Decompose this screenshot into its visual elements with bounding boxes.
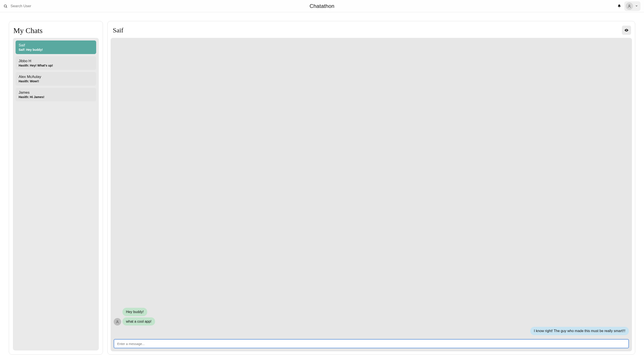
- svg-point-4: [117, 321, 118, 322]
- chat-list: SaifSaif: Hey buddy!Jibbo HHasith: Hey! …: [13, 38, 99, 351]
- search-area: [4, 4, 76, 8]
- main-area: My Chats SaifSaif: Hey buddy!Jibbo HHasi…: [0, 12, 644, 359]
- chat-list-item[interactable]: JamesHasith: Hi James!: [16, 88, 96, 101]
- conversation-header: Saif: [110, 24, 632, 38]
- sender-avatar: [114, 318, 121, 326]
- chat-item-name: Jibbo H: [18, 59, 93, 63]
- chat-list-item[interactable]: Jibbo HHasith: Hey! What's up!: [16, 56, 96, 70]
- conversation-name: Saif: [113, 26, 123, 34]
- topbar: Chatathon: [0, 0, 644, 12]
- chat-list-item[interactable]: SaifSaif: Hey buddy!: [16, 40, 96, 54]
- chat-item-name: Alex McAulay: [18, 75, 93, 79]
- eye-icon: [624, 28, 629, 32]
- avatar-spacer: [114, 309, 121, 316]
- chats-panel: My Chats SaifSaif: Hey buddy!Jibbo HHasi…: [9, 21, 103, 355]
- message-bubble: I know right! The guy who made this must…: [530, 327, 629, 335]
- chat-item-preview: Hasith: Hey! What's up!: [18, 64, 93, 67]
- topbar-right: [617, 1, 640, 11]
- app-title: Chatathon: [310, 3, 334, 9]
- conversation-body: Hey buddy!what a cool app!I know right! …: [110, 38, 632, 351]
- svg-point-3: [626, 30, 627, 30]
- message-bubble: what a cool app!: [122, 318, 155, 326]
- user-menu[interactable]: [624, 1, 640, 11]
- message-row: Hey buddy!: [114, 308, 629, 316]
- chat-item-preview: Hasith: Wow!!: [18, 79, 93, 83]
- conversation-panel: Saif Hey buddy!what a cool app!I know ri…: [107, 21, 635, 355]
- message-row: I know right! The guy who made this must…: [114, 327, 629, 335]
- message-row: what a cool app!: [114, 318, 629, 326]
- search-icon: [4, 4, 8, 8]
- svg-line-1: [6, 7, 7, 7]
- chats-title: My Chats: [13, 26, 98, 35]
- chat-list-item[interactable]: Alex McAulayHasith: Wow!!: [16, 72, 96, 86]
- chat-item-preview: Saif: Hey buddy!: [18, 48, 93, 51]
- chevron-down-icon: [635, 4, 638, 8]
- search-input[interactable]: [10, 4, 76, 8]
- bell-icon[interactable]: [617, 4, 621, 8]
- message-bubble: Hey buddy!: [122, 308, 147, 316]
- svg-point-2: [629, 5, 630, 6]
- view-button[interactable]: [622, 26, 631, 35]
- composer: [114, 339, 629, 348]
- chat-item-preview: Hasith: Hi James!: [18, 95, 93, 99]
- message-input[interactable]: [114, 339, 629, 348]
- chat-item-name: James: [18, 90, 93, 95]
- current-user-avatar: [626, 2, 633, 10]
- chat-item-name: Saif: [18, 43, 93, 47]
- message-list: Hey buddy!what a cool app!I know right! …: [114, 41, 629, 337]
